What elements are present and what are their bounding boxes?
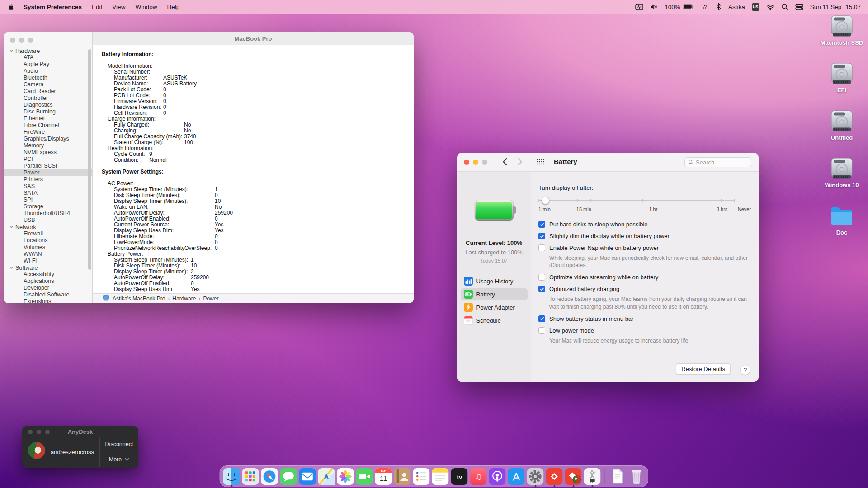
si-item-wi-fi[interactable]: Wi-Fi xyxy=(4,258,92,264)
battery-status[interactable]: 100% xyxy=(665,3,694,10)
si-section-hardware[interactable]: Hardware xyxy=(4,47,92,54)
minimize-icon[interactable] xyxy=(19,38,24,43)
si-item-pci[interactable]: PCI xyxy=(4,156,92,163)
si-item-volumes[interactable]: Volumes xyxy=(4,244,92,251)
dock-system-preferences-icon[interactable] xyxy=(527,468,544,485)
close-icon[interactable] xyxy=(464,160,469,165)
forward-icon[interactable] xyxy=(518,158,523,168)
si-item-thunderbolt-usb4[interactable]: Thunderbolt/USB4 xyxy=(4,210,92,217)
close-icon[interactable] xyxy=(28,430,33,434)
nav-item-power-adapter[interactable]: Power Adapter xyxy=(461,301,528,313)
menu-clock[interactable]: Sun 11 Sep 15.07 xyxy=(810,4,861,10)
keyboard-us-icon[interactable]: US xyxy=(752,3,760,11)
si-item-parallel-scsi[interactable]: Parallel SCSI xyxy=(4,163,92,169)
battery-traffic-lights[interactable] xyxy=(464,160,487,165)
zoom-icon[interactable] xyxy=(28,38,33,43)
nav-item-battery[interactable]: Battery xyxy=(461,288,528,300)
menu-view[interactable]: View xyxy=(107,4,130,10)
control-center-icon[interactable] xyxy=(795,3,803,11)
menu-help[interactable]: Help xyxy=(162,4,184,10)
menu-system-preferences[interactable]: System Preferences xyxy=(19,4,87,10)
dock-apple-tv-icon[interactable]: tv xyxy=(451,468,468,485)
si-item-controller[interactable]: Controller xyxy=(4,95,92,102)
activity-monitor-icon[interactable] xyxy=(635,3,643,11)
nav-item-usage-history[interactable]: Usage History xyxy=(461,275,528,287)
dock-anydesk-icon[interactable] xyxy=(546,468,563,485)
desktop-icon-macintosh-ssd[interactable]: Macintosh SSD xyxy=(816,14,867,61)
si-section-network[interactable]: Network xyxy=(4,224,92,230)
restore-defaults-button[interactable]: Restore Defaults xyxy=(676,363,731,375)
si-item-wwan[interactable]: WWAN xyxy=(4,251,92,258)
minimize-icon[interactable] xyxy=(37,430,41,434)
minimize-icon[interactable] xyxy=(473,160,478,165)
checkbox-enable-power-nap-while-on-battery-power[interactable] xyxy=(538,244,545,251)
anydesk-tray-icon[interactable] xyxy=(701,4,709,10)
si-item-graphics-displays[interactable]: Graphics/Displays xyxy=(4,136,92,142)
sysinfo-traffic-lights[interactable] xyxy=(4,32,92,43)
dock-photos-icon[interactable] xyxy=(337,468,354,485)
desktop-icon-windows-10[interactable]: Windows 10 xyxy=(816,156,867,203)
desktop-icon-efi[interactable]: EFI xyxy=(816,61,867,108)
si-section-software[interactable]: Software xyxy=(4,264,92,271)
desktop-icon-doc[interactable]: Doc xyxy=(816,203,867,251)
dock-safari-icon[interactable] xyxy=(261,468,278,485)
volume-icon[interactable] xyxy=(650,3,658,10)
dock-launchpad-icon[interactable] xyxy=(242,468,259,485)
si-item-applications[interactable]: Applications xyxy=(4,278,92,285)
si-item-locations[interactable]: Locations xyxy=(4,237,92,244)
si-item-firewire[interactable]: FireWire xyxy=(4,129,92,136)
si-item-storage[interactable]: Storage xyxy=(4,203,92,210)
nav-item-schedule[interactable]: Schedule xyxy=(461,314,528,326)
si-item-memory[interactable]: Memory xyxy=(4,142,92,149)
si-item-extensions[interactable]: Extensions xyxy=(4,298,92,303)
dock-document-icon[interactable] xyxy=(609,468,626,485)
si-item-camera[interactable]: Camera xyxy=(4,81,92,88)
checkbox-show-battery-status-in-menu-bar[interactable] xyxy=(538,315,545,322)
back-icon[interactable] xyxy=(502,158,507,168)
spotlight-icon[interactable] xyxy=(781,3,788,10)
sidebar-scrollbar[interactable] xyxy=(88,49,91,270)
close-icon[interactable] xyxy=(10,38,15,43)
checkbox-optimize-video-streaming-while-on-battery[interactable] xyxy=(538,274,545,281)
breadcrumb-item-power[interactable]: Power xyxy=(203,296,218,302)
dock-reminders-icon[interactable] xyxy=(413,468,430,485)
menu-edit[interactable]: Edit xyxy=(87,4,107,10)
dock-music-icon[interactable]: ♫ xyxy=(470,468,487,485)
checkbox-low-power-mode[interactable] xyxy=(538,327,545,334)
si-item-firewall[interactable]: Firewall xyxy=(4,230,92,237)
more-button[interactable]: More xyxy=(100,452,138,467)
disconnect-button[interactable]: Disconnect xyxy=(100,437,138,452)
si-item-accessibility[interactable]: Accessibility xyxy=(4,271,92,278)
si-item-printers[interactable]: Printers xyxy=(4,176,92,183)
dock-trash-icon[interactable] xyxy=(628,468,645,485)
si-item-developer[interactable]: Developer xyxy=(4,285,92,291)
user-label[interactable]: Astika xyxy=(728,4,745,10)
window-title[interactable]: MacBook Pro xyxy=(93,32,414,45)
si-item-spi[interactable]: SPI xyxy=(4,197,92,203)
dock-notes-icon[interactable] xyxy=(432,468,449,485)
bluetooth-icon[interactable] xyxy=(716,3,722,11)
checkbox-optimized-battery-charging[interactable] xyxy=(538,286,545,292)
breadcrumb-item-astika-s-macbook-pro[interactable]: Astika's MacBook Pro xyxy=(113,296,165,302)
si-item-card-reader[interactable]: Card Reader xyxy=(4,88,92,95)
si-item-bluetooth[interactable]: Bluetooth xyxy=(4,75,92,81)
si-item-sas[interactable]: SAS xyxy=(4,183,92,190)
si-item-disabled-software[interactable]: Disabled Software xyxy=(4,291,92,298)
dock-facetime-icon[interactable] xyxy=(356,468,373,485)
dock-finder-icon[interactable] xyxy=(223,468,240,485)
breadcrumb-item-hardware[interactable]: Hardware xyxy=(172,296,196,302)
dock-archive-utility-icon[interactable] xyxy=(584,468,601,485)
si-item-diagnostics[interactable]: Diagnostics xyxy=(4,102,92,108)
wifi-icon[interactable] xyxy=(766,4,774,10)
si-item-sata[interactable]: SATA xyxy=(4,190,92,197)
si-item-ata[interactable]: ATA xyxy=(4,54,92,61)
slider-handle[interactable] xyxy=(542,197,549,204)
dock-messages-icon[interactable] xyxy=(280,468,297,485)
si-item-disc-burning[interactable]: Disc Burning xyxy=(4,108,92,115)
show-all-grid-icon[interactable] xyxy=(537,159,545,167)
si-item-power[interactable]: Power xyxy=(4,169,92,176)
menu-window[interactable]: Window xyxy=(130,4,162,10)
checkbox-put-hard-disks-to-sleep-when-possible[interactable] xyxy=(538,221,545,228)
dock-mail-icon[interactable] xyxy=(299,468,316,485)
si-item-usb[interactable]: USB xyxy=(4,217,92,224)
